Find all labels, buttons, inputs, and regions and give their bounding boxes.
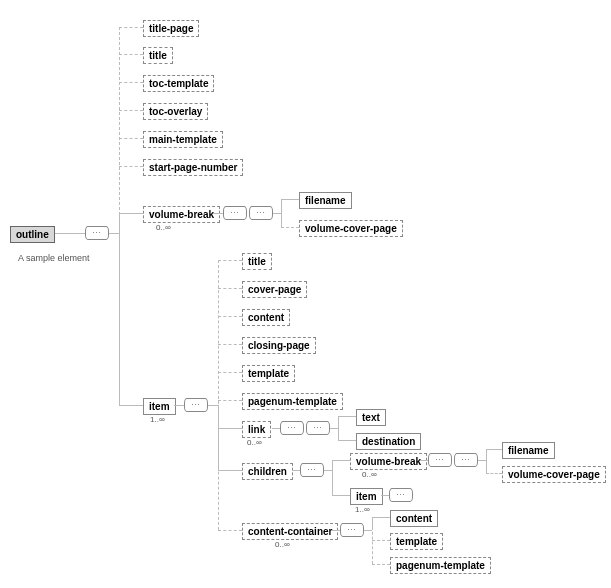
toc-template-element: toc-template	[143, 75, 214, 92]
content-container-element: content-container	[242, 523, 338, 540]
item-card: 1..∞	[150, 415, 165, 424]
seq-connector-item	[184, 398, 208, 412]
title-element: title	[143, 47, 173, 64]
toc-overlay-element: toc-overlay	[143, 103, 208, 120]
seq-connector-children-vb	[428, 453, 452, 467]
link-element: link	[242, 421, 271, 438]
seq-connector-link-2	[306, 421, 330, 435]
link-card: 0..∞	[247, 438, 262, 447]
children-item-card: 1..∞	[355, 505, 370, 514]
pagenum-template-element: pagenum-template	[242, 393, 343, 410]
cover-page-element: cover-page	[242, 281, 307, 298]
closing-page-element: closing-page	[242, 337, 316, 354]
cc-template-element: template	[390, 533, 443, 550]
seq-connector-link	[280, 421, 304, 435]
children-filename-element: filename	[502, 442, 555, 459]
start-page-number-element: start-page-number	[143, 159, 243, 176]
volume-cover-page-element: volume-cover-page	[299, 220, 403, 237]
seq-connector-volume-break	[223, 206, 247, 220]
filename-element: filename	[299, 192, 352, 209]
item-title-element: title	[242, 253, 272, 270]
outline-element: outline	[10, 226, 55, 243]
seq-connector-children-item	[389, 488, 413, 502]
title-page-element: title-page	[143, 20, 199, 37]
children-volume-break-element: volume-break	[350, 453, 427, 470]
seq-connector-children	[300, 463, 324, 477]
destination-element: destination	[356, 433, 421, 450]
children-item-element: item	[350, 488, 383, 505]
content-element: content	[242, 309, 290, 326]
cc-content-element: content	[390, 510, 438, 527]
text-element: text	[356, 409, 386, 426]
root-caption: A sample element	[18, 253, 90, 263]
seq-connector-root	[85, 226, 109, 240]
children-element: children	[242, 463, 293, 480]
volume-break-element: volume-break	[143, 206, 220, 223]
seq-connector-cc	[340, 523, 364, 537]
item-element: item	[143, 398, 176, 415]
volume-break-card: 0..∞	[156, 223, 171, 232]
main-template-element: main-template	[143, 131, 223, 148]
children-volume-cover-page-element: volume-cover-page	[502, 466, 606, 483]
content-container-card: 0..∞	[275, 540, 290, 549]
template-element: template	[242, 365, 295, 382]
seq-connector-volume-break-2	[249, 206, 273, 220]
seq-connector-children-vb-2	[454, 453, 478, 467]
cc-pagenum-template-element: pagenum-template	[390, 557, 491, 574]
children-volume-break-card: 0..∞	[362, 470, 377, 479]
